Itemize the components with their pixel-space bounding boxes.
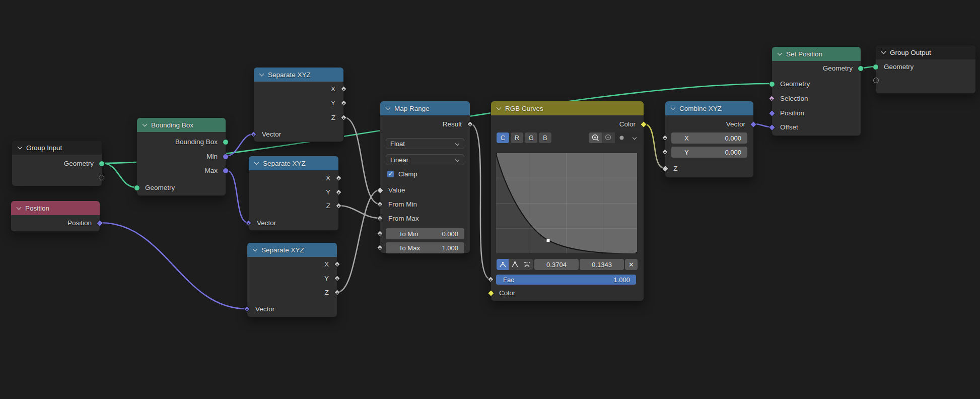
- geometry-input-socket[interactable]: [873, 64, 879, 70]
- y-field[interactable]: Y 0.000: [671, 147, 747, 158]
- zoom-in-icon: [592, 134, 599, 142]
- node-header[interactable]: RGB Curves: [491, 101, 644, 115]
- field-label: To Min: [386, 230, 442, 238]
- curve-editor[interactable]: [496, 153, 638, 254]
- socket-row: Position: [772, 106, 861, 120]
- to-max-field[interactable]: To Max 1.000: [386, 242, 464, 253]
- virtual-input-socket[interactable]: [873, 78, 879, 83]
- min-output-socket[interactable]: [223, 154, 229, 160]
- input-label: Vector: [255, 305, 274, 313]
- collapse-chevron-icon[interactable]: [16, 206, 21, 211]
- collapse-chevron-icon[interactable]: [670, 106, 675, 111]
- fac-slider[interactable]: Fac 1.000: [496, 275, 636, 285]
- node-title: Separate XYZ: [268, 71, 311, 79]
- node-title: Group Output: [890, 49, 931, 56]
- socket-row: Max: [137, 164, 226, 178]
- node-group-output[interactable]: Group Output Geometry: [875, 45, 976, 94]
- node-header[interactable]: Separate XYZ: [249, 156, 338, 170]
- input-label: Offset: [780, 123, 798, 131]
- socket-row: Z: [665, 162, 753, 176]
- node-title: Set Position: [786, 50, 822, 58]
- node-header[interactable]: Separate XYZ: [247, 243, 337, 257]
- field-value: 1.000: [442, 244, 464, 252]
- node-separate-xyz-1[interactable]: Separate XYZ X Y Z Vector: [253, 67, 344, 142]
- handle-type-buttons: [497, 259, 533, 270]
- channel-b-button[interactable]: B: [539, 132, 551, 143]
- node-map-range[interactable]: Map Range Result Float Linear ✓ Clamp Va…: [380, 101, 470, 253]
- node-header[interactable]: Position: [11, 201, 100, 215]
- handle-auto-clamped-button[interactable]: [521, 259, 533, 270]
- channel-r-button[interactable]: R: [511, 132, 523, 143]
- socket-row: X: [247, 257, 337, 272]
- collapse-chevron-icon[interactable]: [777, 51, 782, 56]
- clamp-checkbox[interactable]: ✓: [387, 170, 394, 178]
- zoom-out-icon: [605, 134, 612, 142]
- wire-separate2-z-to-from-max: [338, 206, 380, 218]
- check-icon: ✓: [388, 171, 393, 177]
- socket-row: Y: [249, 185, 338, 200]
- collapse-chevron-icon[interactable]: [259, 72, 264, 77]
- geometry-output-socket[interactable]: [858, 65, 864, 72]
- output-label: Z: [326, 202, 330, 210]
- curve-view-tools: [589, 132, 641, 143]
- node-separate-xyz-3[interactable]: Separate XYZ X Y Z Vector: [247, 242, 337, 317]
- collapse-chevron-icon[interactable]: [254, 161, 259, 166]
- output-label: Position: [67, 219, 92, 227]
- node-header[interactable]: Set Position: [772, 47, 861, 61]
- node-title: Combine XYZ: [679, 105, 722, 112]
- collapse-chevron-icon[interactable]: [17, 145, 22, 150]
- geometry-input-socket[interactable]: [134, 185, 140, 191]
- output-label: Color: [619, 120, 636, 128]
- node-header[interactable]: Group Output: [876, 45, 975, 59]
- handle-auto-clamped-icon: [523, 261, 531, 268]
- collapse-chevron-icon[interactable]: [142, 122, 147, 127]
- fac-value: 1.000: [613, 276, 636, 284]
- node-rgb-curves[interactable]: RGB Curves Color C R G B: [491, 101, 644, 301]
- node-bounding-box[interactable]: Bounding Box Bounding Box Min Max Geomet…: [136, 117, 226, 196]
- node-header[interactable]: Combine XYZ: [665, 101, 753, 115]
- node-editor-canvas[interactable]: Group Input Geometry Position Position B…: [0, 0, 980, 399]
- clipping-options-button[interactable]: [615, 132, 628, 143]
- curve-tools-dropdown[interactable]: [628, 132, 641, 143]
- max-output-socket[interactable]: [223, 168, 229, 174]
- channel-g-button[interactable]: G: [525, 132, 537, 143]
- output-label: Min: [206, 153, 218, 160]
- data-type-dropdown[interactable]: Float: [386, 138, 464, 149]
- node-header[interactable]: Group Input: [12, 141, 102, 155]
- collapse-chevron-icon[interactable]: [496, 106, 501, 111]
- geometry-input-socket[interactable]: [769, 81, 775, 87]
- socket-row: Z: [249, 199, 338, 213]
- zoom-in-button[interactable]: [589, 132, 602, 143]
- channel-c-button[interactable]: C: [497, 132, 509, 143]
- node-header[interactable]: Map Range: [380, 101, 470, 115]
- node-position[interactable]: Position Position: [11, 201, 100, 232]
- fac-label: Fac: [496, 276, 613, 284]
- socket-row: Offset: [772, 120, 861, 135]
- x-field[interactable]: X 0.000: [671, 132, 747, 144]
- output-label: Result: [443, 120, 462, 128]
- point-y-field[interactable]: 0.1343: [580, 259, 624, 270]
- to-min-field[interactable]: To Min 0.000: [386, 228, 464, 239]
- socket-row: Value: [380, 183, 470, 197]
- delete-point-button[interactable]: ✕: [625, 259, 638, 270]
- point-x-field[interactable]: 0.3704: [534, 259, 579, 270]
- node-group-input[interactable]: Group Input Geometry: [12, 140, 102, 186]
- virtual-output-socket[interactable]: [99, 175, 104, 180]
- zoom-out-button[interactable]: [602, 132, 615, 143]
- node-header[interactable]: Separate XYZ: [254, 68, 343, 82]
- collapse-chevron-icon[interactable]: [385, 106, 390, 111]
- handle-auto-button[interactable]: [497, 259, 509, 270]
- geometry-output-socket[interactable]: [99, 161, 105, 167]
- input-label: Z: [673, 165, 677, 172]
- collapse-chevron-icon[interactable]: [881, 50, 886, 55]
- node-combine-xyz[interactable]: Combine XYZ Vector X 0.000 Y 0.000 Z: [665, 101, 754, 178]
- bounding-box-output-socket[interactable]: [223, 139, 229, 145]
- node-separate-xyz-2[interactable]: Separate XYZ X Y Z Vector: [248, 156, 339, 231]
- handle-vector-button[interactable]: [509, 259, 521, 270]
- node-set-position[interactable]: Set Position Geometry Geometry Selection…: [772, 46, 861, 136]
- node-header[interactable]: Bounding Box: [137, 118, 226, 132]
- socket-row: From Min: [380, 197, 470, 212]
- collapse-chevron-icon[interactable]: [252, 247, 257, 252]
- input-label: From Min: [388, 201, 417, 208]
- interpolation-dropdown[interactable]: Linear: [386, 154, 464, 165]
